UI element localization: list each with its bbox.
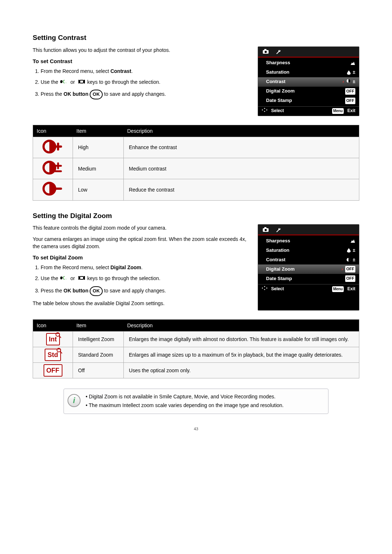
svg-rect-10 (78, 276, 79, 280)
contrast-high-icon (33, 137, 73, 158)
digital-zoom-off-badge: OFF (345, 266, 355, 272)
heading-setting-digital-zoom: Setting the Digital Zoom (33, 211, 359, 221)
zoom-intro-2: Your camera enlarges an image using the … (33, 235, 249, 250)
wrench-tab-icon (275, 49, 282, 54)
footer-menu-pill: Menu (332, 108, 344, 114)
svg-rect-12 (84, 276, 85, 280)
svg-rect-2 (84, 80, 85, 83)
menu-row-sharpness: Sharpness (258, 58, 359, 68)
zoom-intro-1: This feature controls the digital zoom m… (33, 224, 249, 231)
date-stamp-off-badge: OFF (345, 275, 355, 282)
th-icon: Icon (33, 319, 73, 331)
zoom-step-2: Use the or keys to go through the select… (41, 275, 249, 282)
contrast-options-table: Icon Item Description High Enhance the c… (33, 125, 359, 201)
heading-setting-contrast: Setting Contrast (33, 33, 359, 43)
sharpness-value-icon (350, 239, 355, 243)
digital-zoom-off-badge: OFF (345, 88, 355, 95)
zoom-int-desc: Enlarges the image digitally with almost… (124, 332, 359, 347)
th-desc: Description (124, 125, 359, 137)
footer-select-label: Select (271, 108, 284, 114)
saturation-value-icon: ± (347, 247, 355, 254)
subheading-to-set-digital-zoom: To set Digital Zoom (33, 254, 249, 262)
zoom-int-item: Intelligent Zoom (78, 336, 118, 343)
sharpness-value-icon (350, 61, 355, 65)
digital-zoom-options-table: Icon Item Description Int Intelligent Zo… (33, 319, 359, 379)
contrast-step-1: From the Record menu, select Contrast. (41, 67, 249, 75)
contrast-value-icon (346, 78, 351, 85)
camera-menu-contrast: Sharpness Saturation ± Contrast › ± Digi… (258, 46, 359, 116)
table-row: Low Reduce the contrast (33, 179, 359, 200)
zoom-int-icon: Int (33, 332, 73, 347)
svg-point-15 (265, 229, 267, 231)
svg-point-5 (265, 51, 267, 53)
contrast-low-item: Low (78, 186, 118, 193)
zoom-table-lead: The table below shows the available Digi… (33, 300, 249, 307)
zoom-off-icon: OFF (33, 363, 73, 378)
zoom-std-item: Standard Zoom (78, 351, 118, 358)
table-row: High Enhance the contrast (33, 137, 359, 158)
camera-tab-icon (262, 227, 269, 232)
note-box: i Digital Zoom is not available in Smile… (64, 389, 328, 414)
dpad-icon (262, 286, 268, 292)
zoom-off-desc: Uses the optical zoom only. (124, 363, 359, 378)
contrast-high-item: High (78, 144, 118, 151)
camera-menu-digital-zoom: Sharpness Saturation ± Contrast ± Digita… (258, 224, 359, 311)
svg-point-17 (56, 333, 60, 336)
ok-button-icon: OK (90, 286, 103, 296)
svg-point-18 (57, 348, 61, 352)
contrast-step-3: Press the OK button OK to save and apply… (41, 90, 249, 99)
wrench-tab-icon (275, 227, 282, 232)
menu-row-sharpness: Sharpness (258, 236, 359, 246)
date-stamp-off-badge: OFF (345, 98, 355, 104)
svg-rect-0 (78, 80, 79, 83)
menu-row-date-stamp: Date Stamp OFF (258, 274, 359, 283)
th-icon: Icon (33, 125, 73, 137)
contrast-step-2: Use the or keys to go through the select… (41, 78, 249, 86)
contrast-intro: This function allows you to adjust the c… (33, 46, 249, 54)
info-icon: i (68, 394, 81, 407)
chevron-right-icon: › (342, 266, 343, 273)
svg-rect-14 (264, 227, 266, 229)
ok-button-icon: OK (90, 90, 103, 99)
contrast-high-desc: Enhance the contrast (124, 137, 359, 158)
table-row: Std Standard Zoom Enlarges all image siz… (33, 347, 359, 363)
saturation-value-icon: ± (347, 69, 355, 76)
flash-key-icon (78, 79, 86, 86)
page-number: 43 (33, 426, 359, 432)
note-item: Digital Zoom is not available in Smile C… (86, 393, 284, 400)
footer-select-label: Select (271, 286, 284, 292)
footer-exit-label: Exit (347, 108, 355, 114)
table-row: Medium Medium contrast (33, 158, 359, 179)
macro-key-icon (60, 79, 68, 86)
zoom-off-item: Off (78, 367, 118, 374)
contrast-medium-icon (33, 158, 73, 179)
th-item: Item (73, 125, 124, 137)
menu-row-digital-zoom: Digital Zoom OFF (258, 87, 359, 96)
contrast-low-icon (33, 179, 73, 200)
footer-exit-label: Exit (347, 286, 355, 292)
contrast-medium-desc: Medium contrast (124, 158, 359, 179)
zoom-std-desc: Enlarges all image sizes up to a maximum… (124, 347, 359, 363)
th-desc: Description (124, 319, 359, 331)
dpad-icon (262, 108, 268, 114)
zoom-std-icon: Std (33, 347, 73, 363)
camera-tab-icon (262, 49, 269, 54)
th-item: Item (73, 319, 124, 331)
footer-menu-pill: Menu (332, 286, 344, 292)
macro-key-icon (60, 275, 68, 282)
flash-key-icon (78, 275, 86, 282)
menu-row-contrast: Contrast ± (258, 255, 359, 264)
subheading-to-set-contrast: To set Contrast (33, 57, 249, 65)
note-item: The maximum Intellect zoom scale varies … (86, 402, 284, 409)
menu-row-contrast: Contrast › ± (258, 77, 359, 87)
zoom-step-1: From the Record menu, select Digital Zoo… (41, 264, 249, 271)
svg-rect-4 (264, 49, 266, 50)
menu-row-saturation: Saturation ± (258, 68, 359, 77)
svg-rect-1 (80, 80, 83, 83)
svg-rect-11 (80, 276, 83, 279)
contrast-value-icon: ± (346, 257, 355, 263)
menu-row-saturation: Saturation ± (258, 246, 359, 255)
menu-row-date-stamp: Date Stamp OFF (258, 96, 359, 106)
table-row: Int Intelligent Zoom Enlarges the image … (33, 332, 359, 347)
zoom-step-3: Press the OK button OK to save and apply… (41, 286, 249, 296)
